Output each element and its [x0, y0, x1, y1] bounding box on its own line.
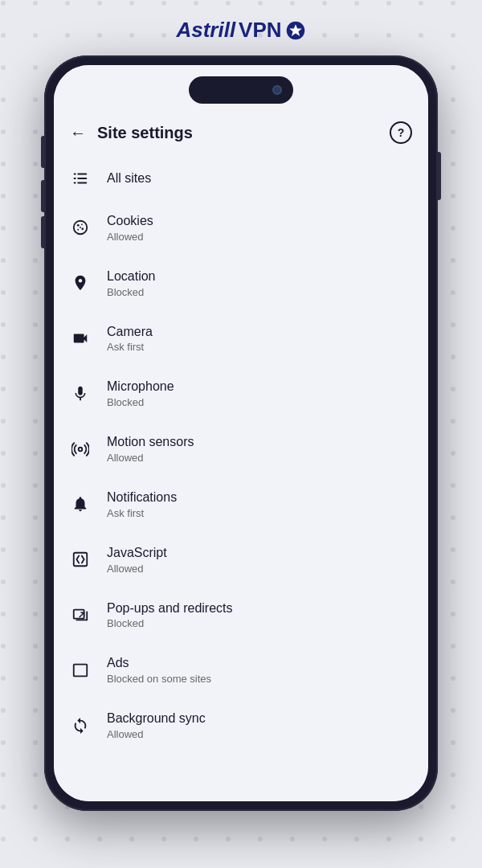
- svg-point-16: [79, 447, 83, 451]
- all-sites-content: All sites: [107, 170, 412, 187]
- ads-icon: [70, 661, 91, 679]
- javascript-icon: [70, 551, 91, 568]
- notifications-status: Ask first: [107, 507, 412, 519]
- microphone-icon: [70, 385, 91, 403]
- settings-item-camera[interactable]: Camera Ask first: [54, 311, 428, 366]
- settings-list: All sites Cookies Allo: [54, 157, 428, 801]
- background-sync-content: Background sync Allowed: [107, 710, 412, 740]
- location-icon: [70, 274, 91, 292]
- background-sync-title: Background sync: [107, 710, 412, 727]
- svg-point-11: [77, 224, 80, 227]
- motion-content: Motion sensors Allowed: [107, 434, 412, 464]
- svg-point-13: [81, 228, 84, 231]
- svg-rect-5: [77, 174, 87, 175]
- logo-vpn: VPN: [239, 18, 281, 43]
- svg-rect-6: [74, 178, 76, 179]
- header-left: ← Site settings: [70, 124, 193, 142]
- popups-content: Pop-ups and redirects Blocked: [107, 600, 412, 630]
- microphone-title: Microphone: [107, 379, 412, 395]
- camera-title: Camera: [107, 324, 412, 341]
- motion-icon: [70, 440, 91, 458]
- ads-content: Ads Blocked on some sites: [107, 655, 412, 685]
- settings-item-cookies[interactable]: Cookies Allowed: [54, 200, 428, 256]
- svg-rect-4: [74, 174, 76, 175]
- phone-notch: [189, 76, 293, 104]
- page-title: Site settings: [97, 124, 193, 142]
- settings-item-notifications[interactable]: Notifications Ask first: [54, 477, 428, 532]
- settings-item-all-sites[interactable]: All sites: [54, 157, 428, 200]
- svg-point-15: [80, 227, 81, 228]
- notifications-content: Notifications Ask first: [107, 489, 412, 519]
- settings-item-location[interactable]: Location Blocked: [54, 256, 428, 311]
- popups-title: Pop-ups and redirects: [107, 600, 412, 617]
- svg-rect-7: [77, 178, 87, 179]
- background-sync-status: Allowed: [107, 728, 412, 740]
- camera-icon: [70, 330, 91, 347]
- bell-icon: [70, 495, 91, 513]
- location-status: Blocked: [107, 286, 412, 298]
- javascript-content: JavaScript Allowed: [107, 545, 412, 575]
- settings-item-motion[interactable]: Motion sensors Allowed: [54, 421, 428, 477]
- svg-rect-9: [77, 182, 87, 184]
- javascript-status: Allowed: [107, 563, 412, 575]
- javascript-title: JavaScript: [107, 545, 412, 562]
- microphone-content: Microphone Blocked: [107, 379, 412, 408]
- location-title: Location: [107, 268, 412, 285]
- ads-status: Blocked on some sites: [107, 673, 412, 685]
- settings-item-microphone[interactable]: Microphone Blocked: [54, 366, 428, 421]
- svg-point-14: [77, 229, 79, 231]
- svg-rect-8: [74, 182, 76, 184]
- svg-point-12: [81, 224, 83, 226]
- astrill-vpn-logo: AstrillVPN: [176, 18, 305, 43]
- popups-status: Blocked: [107, 617, 412, 629]
- cookies-status: Allowed: [107, 231, 412, 243]
- back-button[interactable]: ←: [70, 124, 86, 142]
- sync-icon: [70, 717, 91, 735]
- phone-screen: ← Site settings ?: [54, 65, 428, 801]
- motion-title: Motion sensors: [107, 434, 412, 451]
- svg-rect-19: [74, 664, 88, 676]
- settings-item-popups[interactable]: Pop-ups and redirects Blocked: [54, 588, 428, 643]
- settings-item-javascript[interactable]: JavaScript Allowed: [54, 532, 428, 588]
- cookie-icon: [70, 219, 91, 236]
- all-sites-title: All sites: [107, 170, 412, 187]
- front-camera: [272, 85, 282, 95]
- settings-item-background-sync[interactable]: Background sync Allowed: [54, 698, 428, 753]
- microphone-status: Blocked: [107, 396, 412, 408]
- logo-area: AstrillVPN: [176, 18, 305, 43]
- camera-status: Ask first: [107, 341, 412, 353]
- svg-rect-17: [74, 553, 88, 567]
- logo-astrill: Astrill: [176, 18, 235, 43]
- list-icon: [70, 170, 91, 187]
- cookies-title: Cookies: [107, 213, 412, 230]
- help-button[interactable]: ?: [390, 121, 412, 144]
- ads-title: Ads: [107, 655, 412, 672]
- phone-frame: ← Site settings ?: [44, 55, 438, 811]
- location-content: Location Blocked: [107, 268, 412, 298]
- motion-status: Allowed: [107, 452, 412, 464]
- logo-star-icon: [285, 20, 306, 41]
- popup-icon: [70, 606, 91, 624]
- notifications-title: Notifications: [107, 489, 412, 506]
- camera-content: Camera Ask first: [107, 324, 412, 354]
- cookies-content: Cookies Allowed: [107, 213, 412, 243]
- settings-item-ads[interactable]: Ads Blocked on some sites: [54, 642, 428, 698]
